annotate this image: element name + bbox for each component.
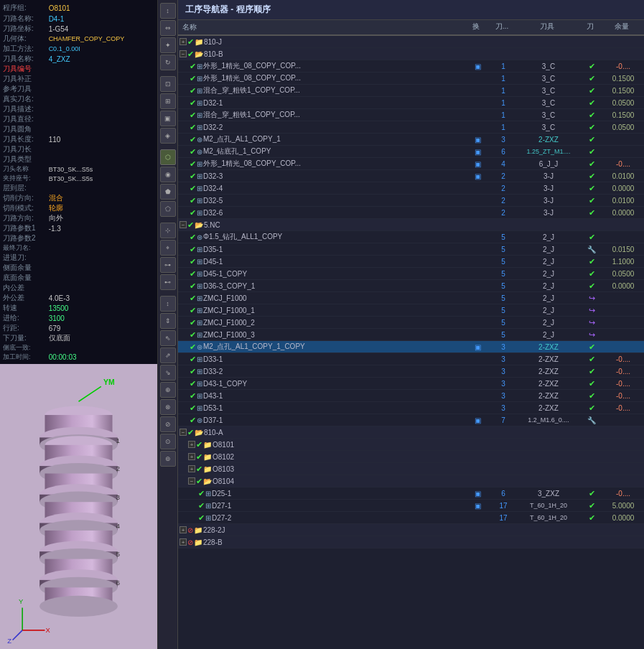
row-d33-1[interactable]: ✔ ⊞ D33-1 3 2-ZXZ ✔ -0.... — [178, 353, 644, 365]
expand-o8104[interactable]: − — [188, 477, 195, 485]
info-param1: -1.3 — [49, 223, 154, 233]
row-d36-3-copy[interactable]: ✔ ⊞ D36-3_COPY_1 5 2_J ✔ 0.0000 — [178, 280, 644, 292]
expand-o8102[interactable]: + — [188, 453, 195, 460]
row-d32-3[interactable]: ✔ ⊞ D32-3 ▣ 2 3-J ✔ 0.0100 — [178, 170, 644, 182]
toolbar-btn-20[interactable]: ⇗ — [160, 347, 176, 363]
row-waixing1[interactable]: ✔ ⊞ 外形_1精光_08_COPY_COP... ▣ 1 3_C ✔ -0..… — [178, 60, 644, 73]
info-layer — [49, 183, 154, 193]
row-name: D53-1 — [203, 404, 223, 412]
file-icon: ⊞ — [197, 87, 202, 95]
file-icon: ⊞ — [197, 282, 202, 290]
row-810-a[interactable]: − ✔ 📂 810-A — [178, 426, 644, 439]
row-name: 外形_1精光_08_COPY_COP... — [203, 61, 301, 71]
row-name: D32-5 — [203, 197, 223, 205]
tree-table[interactable]: .tr { display:grid; grid-template-column… — [178, 36, 644, 649]
row-d32-4[interactable]: ✔ ⊞ D32-4 2 3-J ✔ 0.0000 — [178, 182, 644, 195]
drill-icon: ⊛ — [197, 233, 202, 241]
info-in-tol — [49, 283, 154, 293]
toolbar-btn-19[interactable]: ⇖ — [160, 330, 176, 346]
row-d32-1[interactable]: ✔ ⊞ D32-1 1 3_C ✔ 0.0500 — [178, 97, 644, 109]
row-5nc[interactable]: − ✔ 📂 5.NC — [178, 219, 644, 231]
row-name: D45-1 — [203, 258, 223, 266]
row-d32-5[interactable]: ✔ ⊞ D32-5 2 3-J ✔ 0.0100 — [178, 195, 644, 207]
row-d33-2[interactable]: ✔ ⊞ D33-2 3 2-ZXZ ✔ -0.... — [178, 365, 644, 378]
row-810-b[interactable]: − ✔ 📂 810-B — [178, 48, 644, 60]
row-d43-1[interactable]: ✔ ⊞ D43-1 3 2-ZXZ ✔ -0.... — [178, 390, 644, 402]
expand-228-2j[interactable]: + — [179, 526, 187, 533]
row-o8103[interactable]: + ✔ 📁 O8103 — [178, 463, 644, 475]
toolbar-btn-1[interactable]: ↕ — [160, 3, 176, 19]
row-name: D45-1_COPY — [203, 270, 247, 278]
row-name: 228-B — [203, 538, 223, 546]
toolbar-btn-9[interactable]: ⬡ — [160, 149, 176, 165]
row-phi15[interactable]: ✔ ⊛ Φ1.5_钻孔_ALL1_COPY 5 2_J ✔ — [178, 231, 644, 243]
row-o8102[interactable]: + ✔ 📁 O8102 — [178, 451, 644, 463]
row-waixing2[interactable]: ✔ ⊞ 外形_1精光_08_COPY_COP... 1 3_C ✔ 0.1500 — [178, 73, 644, 85]
toolbar-btn-23[interactable]: ⊗ — [160, 399, 176, 415]
toolbar-btn-3[interactable]: ✦ — [160, 37, 176, 53]
row-d53-1[interactable]: ✔ ⊞ D53-1 3 2-ZXZ ✔ -0.... — [178, 402, 644, 414]
row-d45-1[interactable]: ✔ ⊞ D45-1 5 2_J ✔ 1.1000 — [178, 256, 644, 268]
row-d25-1[interactable]: ✔ ⊞ D25-1 ▣ 6 3_ZXZ ✔ -0.... — [178, 487, 644, 500]
expand-810-j[interactable]: + — [179, 38, 187, 45]
toolbar-btn-14[interactable]: ⌖ — [160, 240, 176, 256]
row-228-b[interactable]: + ⊘ 📁 228-B — [178, 536, 644, 548]
row-zmcj-f1000-2[interactable]: ✔ ⊞ ZMCJ_F1000_2 5 2_J ↪ — [178, 317, 644, 329]
toolbar-btn-21[interactable]: ⇘ — [160, 365, 176, 380]
expand-o8103[interactable]: + — [188, 465, 195, 472]
row-m2-dian[interactable]: ✔ ⊛ M2_点孔_AL1_COPY_1 ▣ 3 2-ZXZ ✔ — [178, 134, 644, 146]
toolbar-btn-8[interactable]: ◈ — [160, 128, 176, 144]
toolbar-btn-4[interactable]: ↻ — [160, 55, 176, 70]
toolbar-btn-2[interactable]: ⇔ — [160, 20, 176, 36]
row-hunhe2[interactable]: ✔ ⊞ 混合_穿_粗铁1_COPY_COP... 1 3_C ✔ 0.1500 — [178, 109, 644, 121]
expand-810-a[interactable]: − — [179, 429, 187, 436]
row-810-j[interactable]: + ✔ 📁 810-J — [178, 36, 644, 48]
file-icon: ⊞ — [197, 270, 202, 278]
row-zmcj-f1000[interactable]: ✔ ⊞ ZMCJ_F1000 5 2_J ↪ — [178, 292, 644, 304]
row-d32-6[interactable]: ✔ ⊞ D32-6 2 3-J ✔ 0.0000 — [178, 207, 644, 219]
row-name: Φ1.5_钻孔_ALL1_COPY — [203, 232, 282, 242]
toolbar-btn-16[interactable]: ⊷ — [160, 274, 176, 290]
row-m2-dian-copy[interactable]: ✔ ⊛ M2_点孔_AL1_COPY_1_COPY ▣ 3 2-ZXZ ✔ — [178, 341, 644, 353]
expand-5nc[interactable]: − — [179, 221, 187, 228]
row-zmcj-f1000-1[interactable]: ✔ ⊞ ZMCJ_F1000_1 5 2_J ↪ — [178, 304, 644, 317]
row-o8104[interactable]: − ✔ 📂 O8104 — [178, 475, 644, 487]
row-name: M2_点孔_AL1_COPY_1_COPY — [203, 342, 305, 352]
row-zmcj-f1000-3[interactable]: ✔ ⊞ ZMCJ_F1000_3 5 2_J ↪ — [178, 329, 644, 341]
toolbar-btn-13[interactable]: ⊹ — [160, 223, 176, 238]
toolbar-btn-22[interactable]: ⊕ — [160, 382, 176, 398]
row-d35-1[interactable]: ✔ ⊞ D35-1 5 2_J 🔧 0.0150 — [178, 243, 644, 256]
info-cut-dir: 混合 — [49, 193, 154, 203]
toolbar-btn-17[interactable]: ↕ — [160, 296, 176, 312]
info-head-name: BT30_SK...S5s — [49, 164, 154, 174]
row-hunhe1[interactable]: ✔ ⊞ 混合_穿_粗铁1_COPY_COP... 1 3_C ✔ 0.1500 — [178, 85, 644, 97]
toolbar-btn-10[interactable]: ◉ — [160, 167, 176, 182]
expand-o8101[interactable]: + — [188, 441, 195, 448]
row-m2-zuan[interactable]: ✔ ⊛ M2_钻底孔_1_COPY ▣ 6 1.25_ZT_M1.... ✔ — [178, 146, 644, 158]
info-tool-num — [49, 64, 154, 74]
row-d45-1-copy[interactable]: ✔ ⊞ D45-1_COPY 5 2_J ✔ 0.0500 — [178, 268, 644, 280]
toolbar-btn-11[interactable]: ⬟ — [160, 184, 176, 200]
row-d43-1-copy[interactable]: ✔ ⊞ D43-1_COPY 3 2-ZXZ ✔ -0.... — [178, 378, 644, 390]
svg-text:2: 2 — [116, 464, 120, 472]
toolbar-btn-6[interactable]: ⊞ — [160, 93, 176, 109]
toolbar-btn-18[interactable]: ⇕ — [160, 313, 176, 329]
row-waixing3[interactable]: ✔ ⊞ 外形_1精光_08_COPY_COP... ▣ 4 6_J_J ✔ -0… — [178, 158, 644, 170]
row-name: D32-2 — [203, 123, 223, 131]
toolbar-btn-24[interactable]: ⊘ — [160, 416, 176, 432]
row-d27-1[interactable]: ✔ ⊞ D27-1 ▣ 17 T_60_1H_20 ✔ 5.0000 — [178, 500, 644, 512]
toolbar-btn-12[interactable]: ⬠ — [160, 201, 176, 217]
row-d32-2[interactable]: ✔ ⊞ D32-2 1 3_C ✔ 0.0500 — [178, 121, 644, 134]
toolbar-btn-5[interactable]: ⊡ — [160, 76, 176, 92]
row-d27-2[interactable]: ✔ ⊞ D27-2 17 T_60_1H_20 ✔ 0.0000 — [178, 512, 644, 524]
row-228-2j[interactable]: + ⊘ 📁 228-2J — [178, 524, 644, 536]
toolbar-btn-7[interactable]: ▣ — [160, 111, 176, 126]
expand-810-b[interactable]: − — [179, 50, 187, 57]
toolbar-btn-15[interactable]: ⊶ — [160, 257, 176, 273]
row-o8101[interactable]: + ✔ 📁 O8101 — [178, 439, 644, 451]
row-d37-1[interactable]: ✔ ⊛ D37-1 ▣ 7 1.2_M1.6_0.... 🔧 — [178, 414, 644, 426]
toolbar-btn-25[interactable]: ⊙ — [160, 434, 176, 449]
folder-icon: 📁 — [203, 441, 212, 449]
expand-228-b[interactable]: + — [179, 538, 187, 546]
toolbar-btn-26[interactable]: ⊚ — [160, 451, 176, 467]
